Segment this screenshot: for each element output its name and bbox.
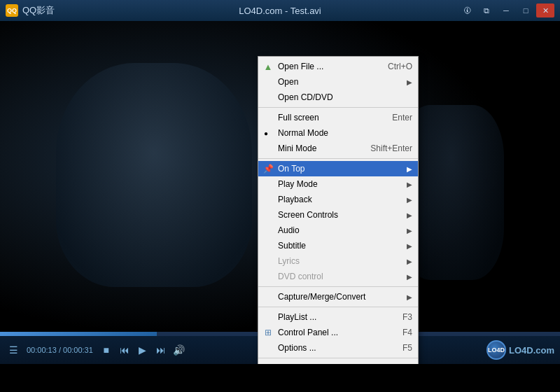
submenu-arrow-subtitle: ▶ xyxy=(407,242,412,250)
menu-item-subtitle[interactable]: Subtitle ▶ xyxy=(258,238,418,253)
menu-label-subtitle: Subtitle xyxy=(278,241,404,251)
menu-item-screen-controls[interactable]: Screen Controls ▶ xyxy=(258,207,418,223)
menu-shortcut-control-panel: F4 xyxy=(402,328,412,337)
menu-label-audio: Audio xyxy=(278,225,404,235)
menu-label-open-cd: Open CD/DVD xyxy=(278,92,412,102)
menu-item-open-cd[interactable]: Open CD/DVD xyxy=(258,90,418,105)
separator-2 xyxy=(258,158,418,159)
menu-item-play-mode[interactable]: Play Mode ▶ xyxy=(258,176,418,192)
menu-label-open: Open xyxy=(278,77,404,87)
menu-label-capture: Capture/Merge/Convert xyxy=(278,292,404,302)
prev-button[interactable]: ⏮ xyxy=(117,342,132,358)
logo-icon: LO4D xyxy=(486,340,506,360)
close-button[interactable]: ✕ xyxy=(536,4,554,18)
menu-label-on-top: On Top xyxy=(278,164,404,174)
submenu-arrow-audio: ▶ xyxy=(407,227,412,234)
menu-button[interactable]: ☰ xyxy=(6,342,21,358)
menu-label-playlist: PlayList ... xyxy=(278,312,388,322)
next-button[interactable]: ⏭ xyxy=(153,342,169,358)
submenu-arrow-screen-controls: ▶ xyxy=(407,211,412,219)
submenu-arrow-on-top: ▶ xyxy=(407,165,412,173)
submenu-arrow-lyrics: ▶ xyxy=(407,258,412,265)
context-menu: ▲ Open File ... Ctrl+O Open ▶ Open CD/DV… xyxy=(258,56,419,364)
volume-button[interactable]: 🔊 xyxy=(172,342,187,358)
menu-shortcut-options: F5 xyxy=(402,343,412,353)
submenu-arrow-open: ▶ xyxy=(407,78,412,86)
menu-label-screen-controls: Screen Controls xyxy=(278,210,404,220)
toolbar-right: LO4D LO4D.com xyxy=(486,340,554,360)
menu-item-fullscreen[interactable]: Full screen Enter xyxy=(258,110,418,125)
menu-item-on-top[interactable]: 📌 On Top ▶ xyxy=(258,161,418,176)
menu-item-normal-mode[interactable]: Normal Mode xyxy=(258,125,418,141)
separator-1 xyxy=(258,107,418,108)
submenu-arrow-capture: ▶ xyxy=(407,293,412,301)
menu-item-open[interactable]: Open ▶ xyxy=(258,74,418,90)
folder-icon: ▲ xyxy=(262,61,274,72)
menu-shortcut-open-file: Ctrl+O xyxy=(388,62,412,71)
menu-label-mini-mode: Mini Mode xyxy=(278,144,356,153)
minimize-button[interactable]: ─ xyxy=(497,4,515,18)
app-icon: QQ xyxy=(6,4,18,17)
app-name: QQ影音 xyxy=(22,4,55,17)
submenu-arrow-playback: ▶ xyxy=(407,196,412,204)
menu-shortcut-mini-mode: Shift+Enter xyxy=(370,144,412,153)
info-button[interactable]: 🛈 xyxy=(458,4,476,18)
play-button[interactable]: ▶ xyxy=(135,342,150,358)
stop-button[interactable]: ■ xyxy=(99,342,114,358)
menu-item-mini-mode[interactable]: Mini Mode Shift+Enter xyxy=(258,141,418,156)
submenu-arrow-dvd-control: ▶ xyxy=(407,273,412,281)
separator-4 xyxy=(258,307,418,307)
video-area: ▲ Open File ... Ctrl+O Open ▶ Open CD/DV… xyxy=(0,21,560,364)
menu-label-fullscreen: Full screen xyxy=(278,113,378,122)
menu-shortcut-fullscreen: Enter xyxy=(392,113,412,122)
menu-label-normal-mode: Normal Mode xyxy=(278,128,412,138)
control-panel-icon: ⊞ xyxy=(262,327,274,338)
menu-label-playback: Playback xyxy=(278,195,404,204)
time-total: 00:00:31 xyxy=(63,346,93,354)
menu-label-options: Options ... xyxy=(278,343,388,353)
submenu-arrow-play-mode: ▶ xyxy=(407,181,412,188)
menu-item-options[interactable]: Options ... F5 xyxy=(258,340,418,356)
menu-label-open-file: Open File ... xyxy=(278,62,374,71)
menu-item-audio[interactable]: Audio ▶ xyxy=(258,223,418,238)
titlebar-left: QQ QQ影音 xyxy=(6,4,55,17)
time-display: 00:00:13 / 00:00:31 xyxy=(27,346,93,354)
menu-item-playlist[interactable]: PlayList ... F3 xyxy=(258,309,418,325)
pin-icon: 📌 xyxy=(262,163,274,174)
menu-item-playback[interactable]: Playback ▶ xyxy=(258,192,418,207)
separator-3 xyxy=(258,286,418,287)
separator-5 xyxy=(258,358,418,358)
titlebar-controls: 🛈 ⧉ ─ □ ✕ xyxy=(458,4,554,18)
menu-item-dvd-control: DVD control ▶ xyxy=(258,269,418,284)
maximize-button[interactable]: □ xyxy=(517,4,535,18)
menu-label-lyrics: Lyrics xyxy=(278,256,404,266)
restore-button[interactable]: ⧉ xyxy=(477,4,496,18)
menu-label-play-mode: Play Mode xyxy=(278,179,404,189)
menu-label-dvd-control: DVD control xyxy=(278,272,404,281)
titlebar-title: LO4D.com - Test.avi xyxy=(239,6,321,16)
menu-item-lyrics: Lyrics ▶ xyxy=(258,253,418,269)
logo-text: LO4D.com xyxy=(509,345,554,356)
menu-label-file-properties: File Properties ... xyxy=(278,363,412,364)
menu-item-file-properties[interactable]: File Properties ... xyxy=(258,360,418,364)
menu-item-open-file[interactable]: ▲ Open File ... Ctrl+O xyxy=(258,59,418,74)
menu-label-control-panel: Control Panel ... xyxy=(278,328,388,337)
menu-item-capture[interactable]: Capture/Merge/Convert ▶ xyxy=(258,289,418,304)
time-current: 00:00:13 xyxy=(27,346,57,354)
titlebar: QQ QQ影音 LO4D.com - Test.avi 🛈 ⧉ ─ □ ✕ xyxy=(0,0,560,21)
menu-shortcut-playlist: F3 xyxy=(402,312,412,322)
menu-item-control-panel[interactable]: ⊞ Control Panel ... F4 xyxy=(258,325,418,340)
video-figure xyxy=(56,63,252,287)
